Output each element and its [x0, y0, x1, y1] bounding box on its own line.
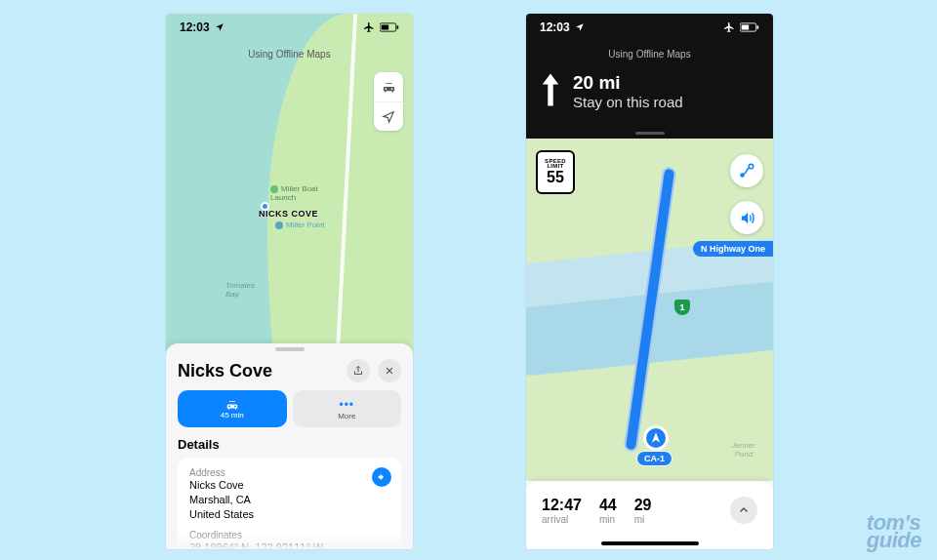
route-shield-icon: 1 [674, 300, 690, 315]
straight-arrow-icon [540, 72, 561, 112]
chevron-up-icon [738, 504, 750, 516]
minutes-stat: 44 min [599, 497, 617, 525]
map-label-nicks-cove: NICKS COVE [259, 209, 318, 219]
address-line-1: Nicks Cove [189, 478, 389, 493]
more-label: More [338, 412, 355, 420]
user-location-puck [643, 425, 669, 451]
banner-grabber[interactable] [635, 132, 665, 135]
car-icon [224, 398, 240, 412]
nav-arrow-icon [649, 431, 663, 445]
car-icon [382, 80, 396, 95]
svg-rect-2 [397, 25, 399, 28]
share-icon [352, 365, 364, 377]
place-sheet[interactable]: Nicks Cove 45 min ••• More Details [166, 343, 413, 549]
map-mode-buttons [374, 72, 403, 131]
speed-value: 55 [547, 169, 564, 186]
arrival-label: arrival [542, 514, 582, 525]
route-icon [738, 162, 755, 180]
speed-limit-sign: SPEED LIMIT 55 [536, 150, 575, 194]
map-label-jenner-pond: Jenner Pond [732, 441, 755, 459]
svg-rect-5 [757, 25, 759, 28]
phone-left: NICKS COVE Miller Boat Launch Miller Poi… [166, 14, 413, 549]
turn-arrow-icon [377, 472, 387, 482]
close-icon [385, 366, 394, 376]
phone-right: 20 mi Stay on this road 12:03 Using Offl… [526, 14, 773, 549]
address-line-3: United States [189, 507, 389, 522]
map-poi-miller-boat[interactable]: Miller Boat Launch [270, 184, 318, 202]
miles-value: 29 [634, 497, 652, 514]
trip-progress-bar[interactable]: 12:47 arrival 44 min 29 mi [526, 481, 773, 549]
status-bar: 12:03 [526, 14, 773, 41]
audio-button[interactable] [730, 201, 763, 234]
offline-banner: Using Offline Maps [526, 49, 773, 60]
miles-label: mi [634, 514, 652, 525]
more-button[interactable]: ••• More [293, 390, 402, 427]
share-button[interactable] [346, 359, 370, 382]
highway-label: N Highway One [693, 241, 773, 257]
map-label-tomales-bay: Tomales Bay [225, 281, 255, 299]
navigate-address-button[interactable] [372, 467, 391, 487]
address-label: Address [189, 467, 389, 478]
map-poi-miller-point[interactable]: Miller Point [275, 220, 325, 229]
minutes-label: min [599, 514, 617, 525]
location-arrow-icon [575, 22, 585, 32]
sheet-grabber[interactable] [275, 347, 305, 351]
ellipsis-icon: ••• [339, 398, 354, 412]
svg-rect-4 [742, 25, 750, 30]
nav-distance: 20 mi [573, 72, 683, 94]
close-button[interactable] [378, 359, 401, 382]
driving-mode-button[interactable] [374, 72, 403, 101]
svg-rect-1 [382, 25, 389, 30]
arrival-time: 12:47 [542, 497, 582, 514]
battery-icon [380, 22, 399, 32]
locate-me-button[interactable] [374, 101, 403, 131]
battery-icon [740, 22, 759, 32]
home-indicator[interactable] [601, 541, 699, 545]
airplane-icon [363, 21, 375, 33]
status-time: 12:03 [180, 20, 210, 34]
route-badge-ca1: CA-1 [636, 451, 672, 466]
navigation-arrow-icon [382, 110, 395, 124]
airplane-icon [723, 21, 735, 33]
drive-time-label: 45 min [221, 411, 244, 420]
watermark-logo: tom's guide [867, 514, 921, 550]
address-line-2: Marshall, CA [189, 493, 389, 507]
miles-stat: 29 mi [634, 497, 652, 525]
nav-instruction: Stay on this road [573, 94, 683, 110]
details-heading: Details [178, 437, 401, 452]
watermark-line-2: guide [867, 532, 921, 550]
minutes-value: 44 [599, 497, 617, 514]
offline-banner: Using Offline Maps [166, 49, 413, 60]
route-overview-button[interactable] [730, 154, 763, 187]
expand-trip-button[interactable] [730, 497, 757, 524]
status-time: 12:03 [540, 20, 570, 34]
place-title: Nicks Cove [178, 361, 272, 381]
status-bar: 12:03 [166, 14, 413, 41]
arrival-stat: 12:47 arrival [542, 497, 582, 525]
speaker-icon [739, 210, 755, 226]
location-arrow-icon [215, 22, 224, 32]
directions-button[interactable]: 45 min [178, 390, 287, 427]
